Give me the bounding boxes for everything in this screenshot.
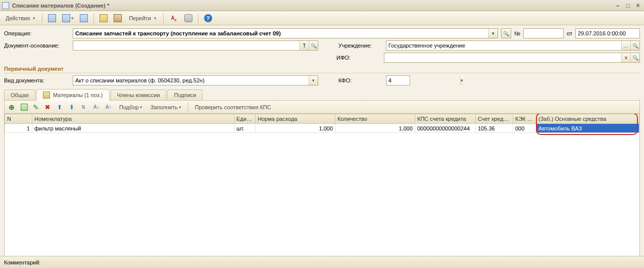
materials-tab-icon <box>43 92 50 99</box>
org-search-icon[interactable] <box>630 41 639 50</box>
toolbar-list-icon[interactable] <box>77 13 90 24</box>
minimize-button[interactable]: – <box>614 2 622 9</box>
tab-commission-label: Члены комиссии <box>117 92 160 98</box>
fill-button[interactable]: Заполнить▾ <box>147 102 185 112</box>
col-fa[interactable]: (Заб.) Основные средства <box>536 114 639 124</box>
check-kps-button[interactable]: Проверить соответствия КПС <box>191 102 275 112</box>
ifo-field[interactable] <box>384 53 621 62</box>
goto-menu[interactable]: Перейти ▾ <box>125 13 160 24</box>
kfo-label: КФО: <box>338 77 383 83</box>
table-row[interactable]: 1 фильтр масляный шт. 1,000 1,000 000000… <box>5 124 639 133</box>
toolbar-clip-icon[interactable] <box>182 13 195 24</box>
toolbar-new-icon[interactable] <box>45 13 59 24</box>
window-title: Списание материалов (Создание) * <box>12 3 614 9</box>
col-kek[interactable]: КЭК с… <box>513 114 536 124</box>
org-field[interactable] <box>386 41 621 50</box>
comment-label: Комментарий: <box>4 259 40 265</box>
primary-doc-heading: Первичный документ <box>4 64 640 73</box>
docbase-field[interactable] <box>73 41 300 50</box>
docbase-search-icon[interactable] <box>309 41 318 50</box>
col-norm[interactable]: Норма расхода <box>256 114 335 124</box>
kfo-field[interactable] <box>386 76 460 85</box>
row-movedown-button[interactable]: ⬇ <box>67 102 78 112</box>
maximize-button[interactable]: □ <box>624 2 632 9</box>
cell-unit[interactable]: шт. <box>234 124 256 133</box>
cell-nomen[interactable]: фильтр масляный <box>32 124 234 133</box>
kfo-dropdown-icon[interactable] <box>460 76 463 85</box>
col-kps[interactable]: КПС счета кредита <box>415 114 476 124</box>
operation-field[interactable] <box>73 29 488 38</box>
docbase-type-icon[interactable] <box>300 41 309 50</box>
doc-type-dropdown-icon[interactable] <box>309 76 318 85</box>
actions-menu[interactable]: Действия ▾ <box>2 13 39 24</box>
row-add-button[interactable]: ⊕ <box>7 102 18 112</box>
main-toolbar: Действия ▾ ▾ Перейти ▾ Aк ? <box>0 11 644 25</box>
tab-signatures[interactable]: Подписи <box>167 90 203 100</box>
tab-materials-label: Материалы (1 поз.) <box>53 92 103 98</box>
cell-qty[interactable]: 1,000 <box>335 124 415 133</box>
document-icon <box>2 2 9 9</box>
materials-toolbar: ⊕ ✎ ✖ ⬆ ⬇ ⇅ A↓ A↑ Подбор▾ Заполнить▾ Про… <box>4 101 640 114</box>
ifo-search-icon[interactable] <box>630 53 639 62</box>
podbor-button[interactable]: Подбор▾ <box>116 102 146 112</box>
toolbar-copy-icon[interactable]: ▾ <box>60 13 76 24</box>
toolbar-brush-icon[interactable] <box>111 13 124 24</box>
col-qty[interactable]: Количество <box>335 114 415 124</box>
col-nomen[interactable]: Номенклатура <box>32 114 234 124</box>
materials-table-wrap: N Номенклатура Еди… Норма расхода Количе… <box>4 114 640 268</box>
bottom-bar: Комментарий: <box>0 256 644 268</box>
close-button[interactable]: × <box>634 2 642 9</box>
row-swap-button[interactable]: ⇅ <box>79 102 90 112</box>
cell-acct[interactable]: 105.36 <box>476 124 513 133</box>
operation-label: Операция: <box>4 30 70 36</box>
tab-materials[interactable]: Материалы (1 поз.) <box>36 89 110 101</box>
date-field[interactable] <box>576 29 644 38</box>
toolbar-ak-icon[interactable]: Aк <box>167 13 181 24</box>
doc-type-field[interactable] <box>73 76 309 85</box>
operation-search-icon[interactable] <box>502 29 511 38</box>
operation-dropdown-icon[interactable] <box>488 29 498 38</box>
number-label: № <box>514 30 520 36</box>
row-copy-button[interactable] <box>19 102 30 112</box>
date-from-label: от <box>567 30 572 36</box>
cell-n[interactable]: 1 <box>5 124 32 133</box>
org-lookup-icon[interactable] <box>621 41 630 50</box>
tab-signatures-label: Подписи <box>174 92 196 98</box>
cell-kek[interactable]: 000 <box>513 124 536 133</box>
ifo-clear-icon[interactable] <box>621 53 630 62</box>
cell-norm[interactable]: 1,000 <box>256 124 335 133</box>
materials-table[interactable]: N Номенклатура Еди… Норма расхода Количе… <box>5 114 639 133</box>
toolbar-doc2-icon[interactable] <box>97 13 110 24</box>
doc-type-label: Вид документа: <box>4 77 70 83</box>
help-button[interactable]: ? <box>202 13 215 24</box>
ifo-label: ИФО: <box>336 55 381 61</box>
table-header-row: N Номенклатура Еди… Норма расхода Количе… <box>5 114 639 124</box>
row-edit-button[interactable]: ✎ <box>31 102 42 112</box>
tabs: Общая Материалы (1 поз.) Члены комиссии … <box>4 88 640 101</box>
sort-desc-button[interactable]: A↑ <box>104 102 115 112</box>
org-label: Учреждение: <box>338 42 383 49</box>
col-n[interactable]: N <box>5 114 32 124</box>
tab-general[interactable]: Общая <box>4 90 35 100</box>
row-delete-button[interactable]: ✖ <box>43 102 54 112</box>
cell-fa[interactable]: Автомобиль ВАЗ <box>536 124 639 133</box>
col-unit[interactable]: Еди… <box>234 114 256 124</box>
tab-general-label: Общая <box>11 92 29 98</box>
goto-label: Перейти <box>129 15 151 21</box>
col-acct[interactable]: Счет кредита <box>476 114 513 124</box>
sort-asc-button[interactable]: A↓ <box>91 102 103 112</box>
titlebar: Списание материалов (Создание) * – □ × <box>0 0 644 11</box>
row-moveup-button[interactable]: ⬆ <box>55 102 66 112</box>
tab-commission[interactable]: Члены комиссии <box>111 90 167 100</box>
actions-label: Действия <box>6 15 30 21</box>
docbase-label: Документ-основание: <box>4 42 70 49</box>
cell-kps[interactable]: 00000000000000244 <box>415 124 476 133</box>
